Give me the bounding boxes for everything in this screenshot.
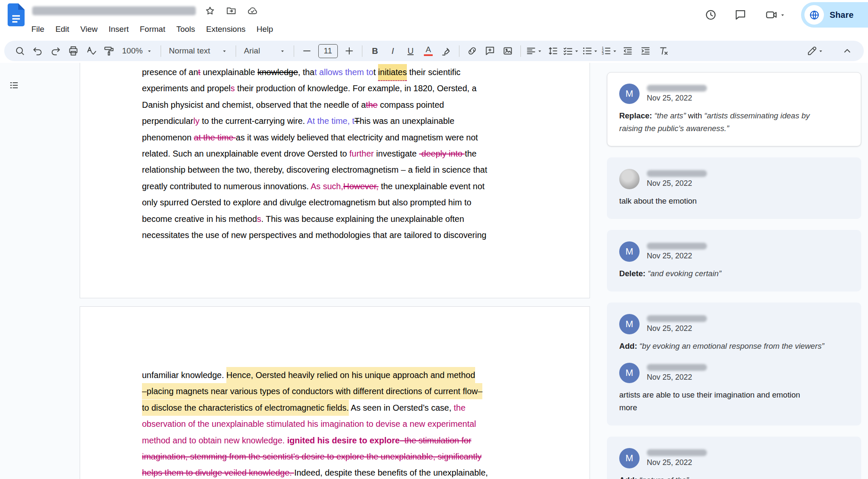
numbered-list-button[interactable]: 123 — [601, 43, 618, 59]
text-line[interactable]: observation of the unexplainable stimula… — [142, 416, 577, 432]
editing-mode-button[interactable] — [807, 43, 824, 59]
text-run: However, — [343, 182, 378, 191]
text-run: phenomenon — [142, 133, 194, 142]
document-title-redacted[interactable] — [32, 6, 196, 15]
line-spacing-button[interactable] — [545, 43, 561, 59]
add-comment-button[interactable] — [482, 43, 498, 59]
paragraph-style-select[interactable]: Normal text — [165, 43, 232, 59]
redo-button[interactable] — [47, 43, 64, 59]
bulleted-list-button[interactable] — [581, 43, 599, 59]
menu-format[interactable]: Format — [134, 22, 171, 36]
chevron-down-icon — [573, 48, 580, 54]
menu-extensions[interactable]: Extensions — [200, 22, 251, 36]
share-button[interactable]: Share — [801, 2, 868, 28]
open-comments-button[interactable] — [729, 3, 752, 26]
text-line[interactable]: –placing magnets near various types of c… — [142, 383, 577, 399]
clear-formatting-button[interactable] — [655, 43, 671, 59]
comment-card[interactable]: MNov 25, 2022Add: “by evoking an emotion… — [607, 303, 861, 426]
menu-tools[interactable]: Tools — [171, 22, 200, 36]
share-globe-icon — [809, 9, 820, 21]
chevron-up-icon — [842, 45, 853, 56]
print-button[interactable] — [65, 43, 81, 59]
insert-link-button[interactable] — [464, 43, 480, 59]
checklist-button[interactable] — [562, 43, 580, 59]
text-run: the — [366, 100, 378, 109]
search-menus-button[interactable] — [12, 43, 28, 59]
toolbar-divider — [161, 45, 161, 57]
text-line[interactable]: relationship between the two, thereby, d… — [142, 162, 577, 178]
text-run: his was an unexplainable — [360, 116, 455, 126]
plus-icon — [344, 45, 355, 56]
move-document-button[interactable] — [224, 3, 238, 18]
text-line[interactable]: helps them to divulge veiled knowledge. … — [142, 465, 577, 479]
menu-file[interactable]: File — [26, 22, 50, 36]
text-line[interactable]: only spurred Oersted to explore and divu… — [142, 194, 577, 210]
comment-date: Nov 25, 2022 — [647, 373, 707, 382]
document-outline-button[interactable] — [6, 77, 22, 93]
comment-text: artists are able to use their imaginatio… — [619, 389, 849, 414]
text-line[interactable]: to disclose the characteristics of elect… — [142, 400, 577, 416]
text-line[interactable]: perpendicularly to the current-carrying … — [142, 113, 577, 129]
text-line[interactable]: Danish physicist and chemist, observed t… — [142, 97, 577, 113]
text-line[interactable]: phenomenon at the time as it was widely … — [142, 129, 577, 146]
comment-text: Add: “nature of the” — [619, 474, 849, 479]
text-run: Danish physicist and chemist, observed t… — [142, 100, 366, 109]
highlight-color-button[interactable] — [438, 43, 454, 59]
star-button[interactable] — [203, 3, 217, 18]
decrease-indent-button[interactable] — [620, 43, 636, 59]
insert-image-icon — [502, 45, 513, 56]
paint-format-button[interactable] — [101, 43, 117, 59]
text-line[interactable]: presence of ant unexplainable knowledge,… — [142, 64, 577, 80]
numbered-list-icon: 123 — [601, 45, 612, 56]
menu-view[interactable]: View — [75, 22, 103, 36]
document-page-2[interactable]: unfamiliar knowledge. Hence, Oersted hea… — [80, 306, 590, 479]
italic-button[interactable]: I — [385, 43, 401, 59]
increase-font-size-button[interactable] — [341, 43, 357, 59]
comment-date: Nov 25, 2022 — [647, 179, 707, 188]
comment-card[interactable]: MNov 25, 2022Replace: “the arts” with “a… — [607, 72, 861, 146]
text-run: their scientific — [407, 67, 461, 77]
collapse-toolbar-button[interactable] — [839, 43, 855, 59]
menu-help[interactable]: Help — [251, 22, 278, 36]
version-history-button[interactable] — [699, 3, 722, 26]
text-run: As seen in Oersted’s case, — [349, 403, 454, 412]
align-button[interactable] — [526, 43, 543, 59]
toolbar-divider — [520, 45, 521, 57]
insert-image-button[interactable] — [500, 43, 516, 59]
comment-card[interactable]: MNov 25, 2022Delete: “and evoking certai… — [607, 230, 861, 291]
zoom-select[interactable]: 100% — [118, 43, 157, 59]
text-line[interactable]: necessitates the use of new perspectives… — [142, 227, 577, 243]
chevron-down-icon — [593, 48, 599, 54]
text-run: related. Such an unexplainable event dro… — [142, 149, 349, 158]
join-call-button[interactable] — [759, 3, 792, 26]
font-select[interactable]: Arial — [240, 43, 290, 59]
text-color-button[interactable]: A — [420, 43, 437, 59]
commenter-name-redacted — [647, 243, 707, 249]
svg-text:3: 3 — [601, 51, 604, 56]
document-status-button[interactable] — [245, 3, 259, 18]
undo-button[interactable] — [30, 43, 46, 59]
text-line[interactable]: experiments and propels their production… — [142, 80, 577, 96]
spell-check-button[interactable] — [83, 43, 99, 59]
menu-insert[interactable]: Insert — [103, 22, 134, 36]
docs-logo[interactable] — [8, 3, 25, 26]
bold-button[interactable]: B — [367, 43, 383, 59]
menu-edit[interactable]: Edit — [50, 22, 75, 36]
text-line[interactable]: greatly contributed to numerous innovati… — [142, 178, 577, 194]
font-size-input[interactable]: 11 — [318, 44, 338, 58]
text-run: Hence, Oersted heavily relied on his uni… — [226, 367, 475, 383]
increase-indent-button[interactable] — [637, 43, 654, 59]
text-line[interactable]: unfamiliar knowledge. Hence, Oersted hea… — [142, 367, 577, 383]
text-line[interactable]: method and to obtain new knowledge. igni… — [142, 432, 577, 448]
underline-button[interactable]: U — [403, 43, 419, 59]
decrease-font-size-button[interactable] — [299, 43, 315, 59]
text-run: ly — [193, 116, 199, 126]
text-line[interactable]: related. Such an unexplainable event dro… — [142, 146, 577, 162]
comment-card[interactable]: MNov 25, 2022Add: “nature of the” — [607, 437, 861, 479]
text-line[interactable]: become creative in his methods. This was… — [142, 211, 577, 227]
comment-card[interactable]: Nov 25, 2022talk about the emotion — [607, 157, 861, 219]
document-page-1[interactable]: presence of ant unexplainable knowledge,… — [80, 63, 590, 298]
commenter-avatar — [619, 169, 640, 189]
text-run: At the time, t — [307, 116, 354, 126]
text-line[interactable]: imagination, stemming from the scientist… — [142, 448, 577, 465]
